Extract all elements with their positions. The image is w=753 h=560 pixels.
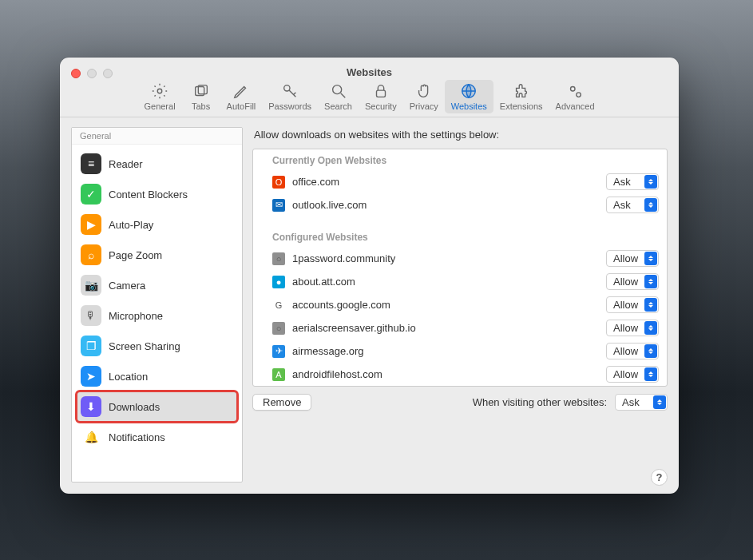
sidebar-item-page zoom[interactable]: ⌕Page Zoom xyxy=(77,240,237,270)
sidebar-item-auto-play[interactable]: ▶Auto-Play xyxy=(77,209,237,240)
sidebar-item-microphone[interactable]: 🎙Microphone xyxy=(77,300,237,331)
toolbar-tab-passwords[interactable]: Passwords xyxy=(262,80,318,113)
content-area: General ≡Reader✓Content Blockers▶Auto-Pl… xyxy=(60,117,679,494)
open-websites-header: Currently Open Websites xyxy=(253,149,667,170)
sidebar-item-content blockers[interactable]: ✓Content Blockers xyxy=(77,179,237,209)
permission-dropdown[interactable]: Allow xyxy=(606,250,659,267)
sidebar-item-label: Camera xyxy=(109,280,145,292)
sidebar-item-notifications[interactable]: 🔔Notifications xyxy=(77,422,237,452)
toolbar-label: AutoFill xyxy=(227,101,256,111)
favicon-icon: ○ xyxy=(272,252,285,265)
toolbar-tab-tabs[interactable]: Tabs xyxy=(182,80,220,113)
toolbar-tab-search[interactable]: Search xyxy=(318,80,359,113)
website-row[interactable]: ✉outlook.live.comAsk xyxy=(253,193,667,216)
permission-dropdown[interactable]: Ask xyxy=(606,197,659,213)
chevron-updown-icon xyxy=(644,321,657,335)
globe-icon xyxy=(459,81,478,101)
sidebar-item-downloads[interactable]: ⬇Downloads xyxy=(77,391,237,422)
permission-dropdown[interactable]: Allow xyxy=(606,343,659,359)
sidebar-section-header: General xyxy=(72,128,242,145)
toolbar-label: Security xyxy=(365,101,397,111)
toolbar-label: Passwords xyxy=(268,101,311,111)
sidebar-item-location[interactable]: ➤Location xyxy=(77,361,237,391)
toolbar-label: Search xyxy=(324,101,352,111)
toolbar-tab-security[interactable]: Security xyxy=(359,80,403,113)
window-title: Websites xyxy=(60,66,679,78)
website-row[interactable]: Ooffice.comAsk xyxy=(253,170,667,193)
toolbar-label: Websites xyxy=(451,101,487,111)
website-name: office.com xyxy=(292,176,599,188)
website-name: accounts.google.com xyxy=(292,299,599,311)
chevron-updown-icon xyxy=(644,198,657,212)
gears-icon xyxy=(565,81,585,101)
toolbar-tab-general[interactable]: General xyxy=(137,80,181,113)
chevron-updown-icon xyxy=(644,367,657,381)
toolbar-tab-advanced[interactable]: Advanced xyxy=(549,80,601,113)
permission-dropdown[interactable]: Ask xyxy=(606,173,659,190)
website-row[interactable]: ✈airmessage.orgAllow xyxy=(253,340,667,363)
website-name: 1password.community xyxy=(292,252,599,264)
other-websites-dropdown[interactable]: Ask xyxy=(615,394,668,411)
svg-point-8 xyxy=(577,93,581,97)
remove-button[interactable]: Remove xyxy=(252,394,311,411)
websites-table: Currently Open Websites Ooffice.comAsk✉o… xyxy=(252,149,668,387)
chevron-updown-icon xyxy=(653,395,666,409)
svg-point-4 xyxy=(332,85,341,94)
sidebar-item-label: Notifications xyxy=(109,431,165,443)
website-row[interactable]: Gaccounts.google.comAllow xyxy=(253,293,667,316)
svg-point-0 xyxy=(157,89,162,93)
website-row[interactable]: ●about.att.comAllow xyxy=(253,270,667,293)
website-name: aerialscreensaver.github.io xyxy=(292,322,599,334)
svg-point-7 xyxy=(571,87,576,92)
permission-dropdown[interactable]: Allow xyxy=(606,296,659,313)
sidebar-item-camera[interactable]: 📷Camera xyxy=(77,270,237,300)
puzzle-icon xyxy=(512,81,531,101)
toolbar-label: Advanced xyxy=(556,101,595,111)
permission-dropdown[interactable]: Allow xyxy=(606,366,659,383)
panel-heading: Allow downloads on websites with the set… xyxy=(254,129,666,141)
toolbar-label: General xyxy=(144,101,175,111)
sidebar-item-label: Downloads xyxy=(109,401,160,413)
bottom-bar: Remove When visiting other websites: Ask xyxy=(252,394,668,411)
toolbar-label: Tabs xyxy=(192,101,210,111)
website-row[interactable]: ○aerialscreensaver.github.ioAllow xyxy=(253,316,667,340)
toolbar-tab-extensions[interactable]: Extensions xyxy=(493,80,549,113)
tabs-icon xyxy=(192,81,211,101)
favicon-icon: A xyxy=(272,368,285,381)
chevron-updown-icon xyxy=(644,275,657,288)
sidebar-item-label: Reader xyxy=(109,158,143,170)
toolbar-label: Privacy xyxy=(410,101,438,111)
toolbar-tab-autofill[interactable]: AutoFill xyxy=(220,80,263,113)
help-button[interactable]: ? xyxy=(651,469,668,486)
sidebar-item-icon: 🔔 xyxy=(81,427,101,447)
toolbar-tab-privacy[interactable]: Privacy xyxy=(403,80,445,113)
sidebar-item-label: Location xyxy=(109,371,148,383)
dropdown-value: Ask xyxy=(613,199,644,211)
sidebar-item-label: Page Zoom xyxy=(109,249,162,261)
sidebar-item-icon: ➤ xyxy=(81,366,101,387)
sidebar-item-screen sharing[interactable]: ❐Screen Sharing xyxy=(77,331,237,361)
toolbar-label: Extensions xyxy=(500,101,543,111)
lock-icon xyxy=(371,81,390,101)
favicon-icon: ● xyxy=(272,276,285,288)
website-name: androidfilehost.com xyxy=(292,368,599,380)
sidebar-item-icon: ❐ xyxy=(81,336,101,356)
svg-point-3 xyxy=(284,85,290,91)
dropdown-value: Ask xyxy=(622,396,652,408)
permission-dropdown[interactable]: Allow xyxy=(606,273,659,290)
dropdown-value: Allow xyxy=(613,322,644,334)
favicon-icon: G xyxy=(272,299,285,312)
sidebar-item-icon: 🎙 xyxy=(81,305,101,326)
website-row[interactable]: Aandroidfilehost.comAllow xyxy=(253,363,667,386)
toolbar-tab-websites[interactable]: Websites xyxy=(445,80,493,113)
favicon-icon: ○ xyxy=(272,322,285,335)
sidebar-list: ≡Reader✓Content Blockers▶Auto-Play⌕Page … xyxy=(72,145,242,482)
sidebar-item-icon: 📷 xyxy=(81,275,101,296)
sidebar-item-label: Auto-Play xyxy=(109,219,153,231)
sidebar-item-reader[interactable]: ≡Reader xyxy=(77,149,237,179)
permission-dropdown[interactable]: Allow xyxy=(606,320,659,336)
configured-websites-header: Configured Websites xyxy=(253,226,667,247)
website-row[interactable]: ○1password.communityAllow xyxy=(253,247,667,270)
svg-rect-5 xyxy=(376,90,385,97)
sidebar-item-icon: ≡ xyxy=(81,153,101,174)
